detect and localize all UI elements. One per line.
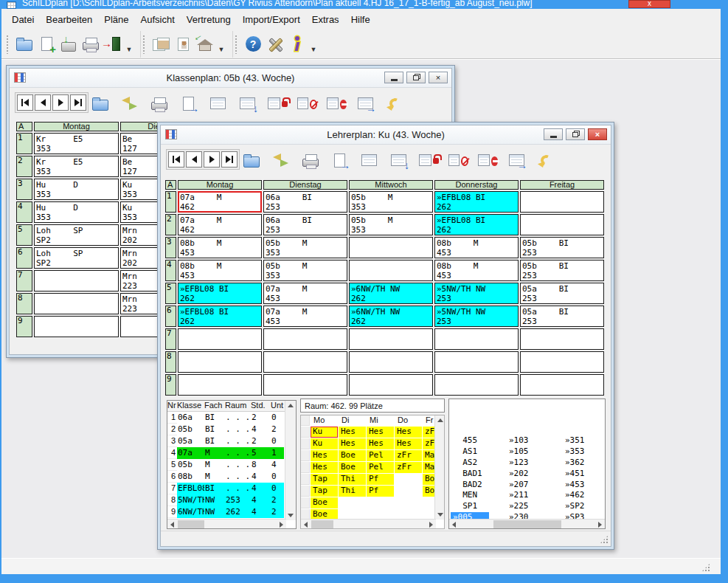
menu-item[interactable]: Aufsicht [135,11,181,28]
plan-cell[interactable] [178,351,262,373]
plan-cell[interactable]: 05aBI 253 [520,283,604,304]
home-button[interactable]: ← [194,33,216,55]
download-week-button[interactable]: ↓ [389,150,408,170]
plan-cell[interactable] [349,328,433,350]
forward-week-button[interactable]: → [356,93,375,114]
plan-cell[interactable]: 05bBI 253 [520,237,604,258]
scroll-right-button[interactable] [277,520,286,529]
plan-cell[interactable]: HuD 353 [34,201,119,223]
open-plan-button[interactable] [91,93,109,114]
plan-cell[interactable]: 05bBI 253 [520,260,604,281]
swap-button[interactable] [120,93,139,114]
plan-cell[interactable] [349,374,433,396]
plan-cell[interactable]: LohSP SP2 [34,247,119,269]
undo-button[interactable] [537,150,555,170]
room-item[interactable]: »211 [507,490,555,501]
scroll-right-button[interactable] [426,520,436,529]
scroll-down-button[interactable] [285,511,295,520]
room-item[interactable]: »353 [563,446,606,458]
room-item[interactable]: »105 [507,446,555,458]
occupancy-cell[interactable]: Hes [395,438,422,449]
remove-week-button[interactable] [478,150,496,170]
open-folder-button[interactable] [13,33,35,55]
plan-cell[interactable] [520,191,604,213]
occupancy-cell[interactable]: Pel [367,462,394,473]
room-item[interactable]: »103 [507,435,555,446]
plan-cell[interactable] [263,351,347,373]
occupancy-cell[interactable] [367,497,394,508]
save-button[interactable]: ↓ [58,33,80,55]
scroll-down-button[interactable] [435,510,445,520]
export-button[interactable]: → [179,93,198,114]
scroll-left-button[interactable] [449,520,459,529]
occupancy-cell[interactable]: Hes [339,427,366,438]
room-item[interactable]: AS1 [451,446,499,458]
room-item[interactable]: »453 [563,480,606,491]
close-button[interactable]: × [588,128,607,140]
occupancy-cell[interactable]: Tap [311,486,338,497]
plan-cell[interactable] [520,214,604,235]
scroll-up-button[interactable] [285,401,295,410]
room-item[interactable]: »351 [563,435,606,446]
app-close-button[interactable]: x [628,0,670,8]
scroll-right-button[interactable] [595,520,605,529]
nav-first-button[interactable] [168,151,184,168]
occupancy-cell[interactable]: Hes [311,450,338,461]
restore-button[interactable] [566,128,585,140]
print-plan-button[interactable] [150,93,168,114]
swap-button[interactable] [271,150,290,170]
room-item[interactable]: »451 [563,469,606,480]
plan-cell[interactable] [520,328,604,350]
occupancy-cell[interactable] [395,497,422,508]
lock-week-button[interactable] [419,150,437,170]
toolbar-dropdown[interactable]: ▼ [308,33,319,55]
plan-cell[interactable]: »EFBL08 BI 262 [178,283,262,304]
settings-button[interactable] [264,33,286,55]
nav-last-button[interactable] [221,151,238,168]
plan-cell[interactable]: 06aBI 253 [263,214,347,235]
exit-button[interactable]: → [102,33,124,55]
plan-cell[interactable]: 08bM 453 [434,260,519,281]
plan-cell[interactable]: »EFBL08 BI 262 [178,306,262,327]
toolbar-grip[interactable] [142,35,145,54]
scrollbar-thumb[interactable] [493,520,561,528]
scrollbar-thumb[interactable] [311,520,333,528]
plan-cell[interactable]: HuD 353 [34,179,119,200]
plan-cell[interactable]: »5NW/TH NW 253 [434,283,519,304]
remove-week-button[interactable] [327,93,345,114]
block-week-button[interactable] [448,150,467,170]
nav-first-button[interactable] [17,94,33,111]
occupancy-cell[interactable]: Hes [339,438,366,449]
menu-item[interactable]: Hilfe [345,11,376,28]
plan-cell[interactable]: 07aM 453 [263,306,347,327]
occupancy-cell[interactable]: Ku [311,427,338,438]
plan-cell[interactable] [263,374,347,396]
horizontal-scrollbar[interactable] [301,519,436,528]
plan-cell[interactable]: 08bM 453 [178,237,262,258]
occupancy-cell[interactable]: Hes [367,427,394,438]
plan-cell[interactable]: 05bM 353 [263,237,347,258]
plan-cell[interactable]: 07aM 453 [263,283,347,304]
room-item[interactable]: BAD2 [451,480,499,491]
room-item[interactable]: SP1 [451,501,499,512]
plan-cell[interactable] [34,293,119,314]
occupancy-cell[interactable]: Ku [311,438,338,449]
scroll-up-button[interactable] [435,415,445,425]
horizontal-scrollbar[interactable] [167,519,286,528]
lock-week-button[interactable] [268,93,286,114]
lehrerplan-titlebar[interactable]: Lehrerplan: Ku (43. Woche) × [161,125,611,145]
menu-item[interactable]: Bearbeiten [40,11,98,28]
block-week-button[interactable] [297,93,316,114]
plan-cell[interactable] [520,374,604,396]
klassenplan-titlebar[interactable]: Klassenplan: 05b (43. Woche) × [10,69,451,88]
vertical-scrollbar[interactable] [285,401,296,520]
resize-grip[interactable] [600,535,609,544]
vertical-scrollbar[interactable] [434,415,444,520]
horizontal-scrollbar[interactable] [449,519,605,528]
plan-cell[interactable]: 05bM 353 [349,191,433,213]
room-item[interactable]: »123 [507,458,555,469]
plan-cell[interactable]: »EFBL08 BI 262 [434,191,519,213]
room-item[interactable]: 455 [451,435,499,446]
plan-cell[interactable] [178,328,262,350]
scroll-left-button[interactable] [167,520,177,529]
